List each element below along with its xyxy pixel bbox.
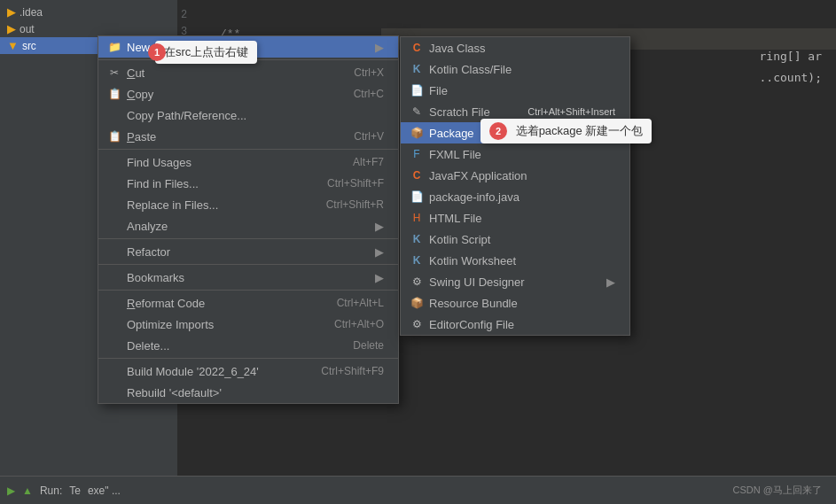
menu-item-analyze[interactable]: Analyze ▶ — [98, 215, 398, 236]
submenu: C Java Class K Kotlin Class/File 📄 File … — [400, 36, 630, 336]
kotlin-script-icon: K — [408, 233, 426, 245]
optimize-label: Optimize Imports — [127, 318, 313, 331]
menu-item-cut[interactable]: ✂ Cut Ctrl+X — [98, 62, 398, 83]
html-label: HTML File — [429, 212, 481, 225]
menu-item-bookmarks[interactable]: Bookmarks ▶ — [98, 267, 398, 288]
findusages-shortcut: Alt+F7 — [353, 156, 384, 168]
context-menu: 📁 New ▶ C Java Class K Kotlin Class/File… — [98, 35, 399, 404]
copypath-label: Copy Path/Reference... — [127, 109, 384, 122]
file-icon: 📄 — [408, 84, 426, 97]
swing-icon: ⚙ — [408, 275, 426, 288]
menu-item-findinfiles[interactable]: Find in Files... Ctrl+Shift+F — [98, 173, 398, 194]
cut-icon: ✂ — [105, 66, 123, 79]
scratch-label: Scratch File — [429, 105, 490, 119]
submenu-item-javaclass[interactable]: C Java Class — [401, 37, 629, 58]
cut-shortcut: Ctrl+X — [354, 66, 384, 79]
kotlin-class-label: Kotlin Class/File — [429, 63, 512, 76]
menu-item-optimize[interactable]: Optimize Imports Ctrl+Alt+O — [98, 314, 398, 335]
analyze-label: Analyze — [127, 220, 371, 233]
submenu-item-html[interactable]: H HTML File — [401, 207, 629, 229]
build-shortcut: Ctrl+Shift+F9 — [321, 365, 384, 377]
separator-3 — [98, 238, 398, 239]
submenu-item-file[interactable]: 📄 File — [401, 80, 629, 101]
findinfiles-label: Find in Files... — [127, 177, 306, 190]
folder-icon-src: ▼ — [7, 39, 19, 52]
separator-2 — [98, 149, 398, 150]
menu-item-build[interactable]: Build Module '2022_6_24' Ctrl+Shift+F9 — [98, 361, 398, 382]
sidebar-item-idea[interactable]: ▶ .idea — [0, 4, 177, 20]
submenu-item-swing[interactable]: ⚙ Swing UI Designer ▶ — [401, 271, 629, 292]
package-label: Package — [429, 127, 474, 140]
copy-icon: 📋 — [105, 88, 123, 100]
pkginfo-label: package-info.java — [429, 190, 520, 204]
submenu-item-pkginfo[interactable]: 📄 package-info.java — [401, 186, 629, 207]
submenu-item-fxml[interactable]: F FXML File — [401, 143, 629, 165]
reformat-label: Reformat Code — [127, 297, 316, 310]
badge-2: 2 — [489, 122, 507, 140]
refactor-label: Refactor — [127, 245, 371, 259]
menu-item-copy[interactable]: 📋 Copy Ctrl+C — [98, 83, 398, 105]
menu-item-paste[interactable]: 📋 Paste Ctrl+V — [98, 126, 398, 147]
tooltip-1-text: 在src上点击右键 — [164, 45, 248, 58]
idea-label: .idea — [20, 6, 43, 19]
javafx-label: JavaFX Application — [429, 169, 527, 182]
src-label: src — [22, 40, 36, 52]
menu-item-findusages[interactable]: Find Usages Alt+F7 — [98, 151, 398, 173]
scratch-shortcut: Ctrl+Alt+Shift+Insert — [527, 106, 615, 117]
fxml-icon: F — [408, 148, 426, 160]
bottom-bar: ▶ ▲ Run: Te exe" ... CSDN @马上回来了 — [0, 476, 836, 504]
submenu-item-ktscript[interactable]: K Kotlin Script — [401, 229, 629, 250]
menu-item-rebuild[interactable]: Rebuild '<default>' — [98, 382, 398, 403]
menu-item-replaceinfiles[interactable]: Replace in Files... Ctrl+Shift+R — [98, 194, 398, 215]
tooltip-2: 2 选着package 新建一个包 — [481, 119, 652, 143]
folder-icon-out: ▶ — [7, 22, 16, 35]
tooltip-2-text: 选着package 新建一个包 — [516, 124, 644, 137]
scratch-icon: ✎ — [408, 105, 426, 118]
resource-label: Resource Bundle — [429, 297, 518, 310]
java-class-label: Java Class — [429, 42, 486, 55]
kotlin-worksheet-icon: K — [408, 254, 426, 267]
code-snippet-2: ..count); — [760, 71, 822, 84]
menu-item-copypath[interactable]: Copy Path/Reference... — [98, 105, 398, 126]
separator-4 — [98, 264, 398, 265]
javafx-icon: C — [408, 169, 426, 182]
paste-label: Paste — [127, 130, 332, 143]
file-label: File — [429, 84, 448, 97]
badge-1: 1 — [148, 43, 166, 61]
folder-icon: ▶ — [7, 5, 16, 19]
out-label: out — [20, 23, 35, 35]
exe-text: exe" ... — [88, 485, 121, 497]
findinfiles-shortcut: Ctrl+Shift+F — [327, 177, 384, 190]
separator-6 — [98, 358, 398, 359]
bookmarks-label: Bookmarks — [127, 271, 371, 284]
submenu-item-editorconfig[interactable]: ⚙ EditorConfig File — [401, 314, 629, 335]
resource-icon: 📦 — [408, 297, 426, 309]
package-icon: 📦 — [408, 127, 426, 139]
swing-arrow: ▶ — [606, 275, 615, 289]
submenu-item-package[interactable]: 📦 Package 2 选着package 新建一个包 — [401, 122, 629, 143]
run-label: Run: — [40, 485, 62, 497]
editorconfig-icon: ⚙ — [408, 318, 426, 330]
new-icon: 📁 — [105, 41, 123, 53]
replaceinfiles-shortcut: Ctrl+Shift+R — [326, 198, 384, 211]
menu-item-refactor[interactable]: Refactor ▶ — [98, 241, 398, 262]
menu-item-delete[interactable]: Delete... Delete — [98, 335, 398, 356]
findusages-label: Find Usages — [127, 156, 332, 169]
run-up-button[interactable]: ▲ — [22, 485, 33, 497]
tab-label[interactable]: Te — [69, 485, 81, 497]
menu-item-reformat[interactable]: Reformat Code Ctrl+Alt+L — [98, 292, 398, 314]
optimize-shortcut: Ctrl+Alt+O — [334, 318, 384, 330]
submenu-item-kotlinclass[interactable]: K Kotlin Class/File — [401, 58, 629, 80]
submenu-item-resource[interactable]: 📦 Resource Bundle — [401, 292, 629, 314]
fxml-label: FXML File — [429, 148, 481, 161]
cut-label: Cut — [127, 66, 332, 80]
delete-shortcut: Delete — [353, 339, 384, 352]
build-label: Build Module '2022_6_24' — [127, 365, 300, 378]
csdn-credit: CSDN @马上回来了 — [733, 484, 822, 497]
submenu-item-javafx[interactable]: C JavaFX Application — [401, 165, 629, 186]
submenu-item-ktworksheet[interactable]: K Kotlin Worksheet — [401, 250, 629, 271]
run-play-button[interactable]: ▶ — [7, 485, 15, 497]
tooltip-1: 1 在src上点击右键 — [155, 41, 257, 64]
reformat-shortcut: Ctrl+Alt+L — [337, 297, 384, 309]
pkginfo-icon: 📄 — [408, 190, 426, 203]
